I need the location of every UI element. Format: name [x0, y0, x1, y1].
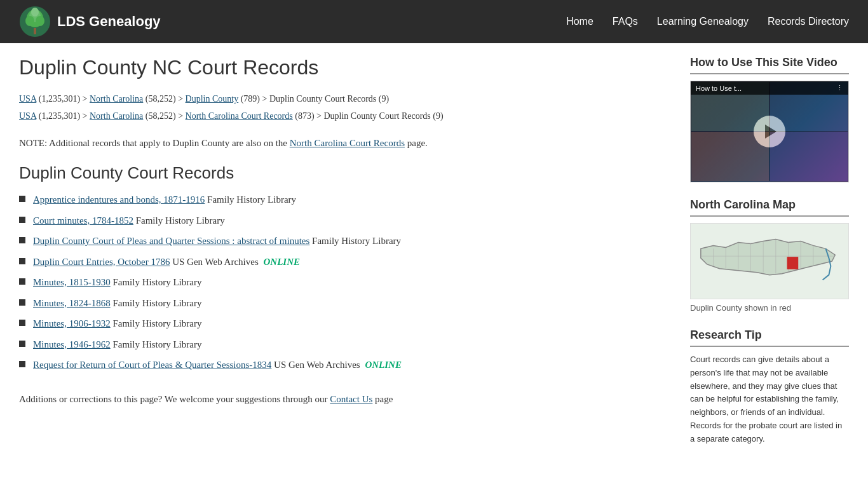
breadcrumb-usa-1[interactable]: USA — [19, 94, 36, 104]
bullet-icon — [19, 299, 25, 306]
bullet-icon — [19, 320, 25, 326]
nav-learning[interactable]: Learning Genealogy — [657, 16, 749, 27]
additions-suffix: page — [372, 394, 393, 404]
breadcrumb-nc-2[interactable]: North Carolina — [90, 111, 143, 121]
record-link[interactable]: Duplin Court Entries, October 1786 — [33, 257, 170, 267]
logo-tree-icon — [19, 6, 51, 37]
record-link[interactable]: Duplin County Court of Pleas and Quarter… — [33, 236, 309, 246]
record-link[interactable]: Minutes, 1946-1962 — [33, 339, 111, 349]
list-item: Minutes, 1946-1962 Family History Librar… — [19, 337, 671, 352]
site-logo-text: LDS Genealogy — [57, 13, 161, 30]
svg-point-5 — [36, 16, 44, 26]
page-title: Duplin County NC Court Records — [19, 56, 671, 79]
collage-cell — [770, 132, 848, 182]
list-item: Duplin County Court of Pleas and Quarter… — [19, 234, 671, 248]
record-link[interactable]: Minutes, 1906-1932 — [33, 318, 111, 329]
map-section: North Carolina Map — [690, 198, 849, 313]
video-section: How to Use This Site Video How to Use t.… — [690, 56, 849, 182]
nc-court-records-link[interactable]: North Carolina Court Records — [290, 138, 405, 148]
svg-rect-1 — [34, 28, 36, 34]
bullet-icon — [19, 361, 25, 367]
collage-cell — [691, 132, 770, 182]
bullet-icon — [19, 217, 25, 223]
video-title-text: How to Use t... — [696, 85, 742, 92]
breadcrumb-nc-1[interactable]: North Carolina — [90, 94, 143, 104]
note-section: NOTE: Additional records that apply to D… — [19, 135, 671, 151]
contact-us-link[interactable]: Contact Us — [330, 394, 372, 404]
video-heading: How to Use This Site Video — [690, 56, 849, 74]
list-item: Request for Return of Court of Pleas & Q… — [19, 358, 671, 372]
map-heading: North Carolina Map — [690, 198, 849, 217]
bullet-icon — [19, 196, 25, 202]
list-item: Court minutes, 1784-1852 Family History … — [19, 214, 671, 228]
bullet-icon — [19, 278, 25, 285]
research-tip-text: Court records can give details about a p… — [690, 353, 849, 446]
nc-map — [690, 223, 849, 299]
main-nav: Home FAQs Learning Genealogy Records Dir… — [566, 16, 849, 27]
nc-map-svg — [691, 224, 848, 299]
research-tip-section: Research Tip Court records can give deta… — [690, 329, 849, 446]
breadcrumb-nc-court[interactable]: North Carolina Court Records — [186, 111, 293, 121]
video-collage — [691, 81, 848, 182]
record-link[interactable]: Minutes, 1824-1868 — [33, 298, 111, 308]
records-list: Apprentice indentures and bonds, 1871-19… — [19, 193, 671, 372]
nav-faqs[interactable]: FAQs — [613, 16, 638, 27]
breadcrumb-1: USA (1,235,301) > North Carolina (58,252… — [19, 92, 671, 105]
main-content: Duplin County NC Court Records USA (1,23… — [19, 56, 671, 462]
online-badge: ONLINE — [263, 257, 300, 267]
breadcrumb-2: USA (1,235,301) > North Carolina (58,252… — [19, 109, 671, 123]
map-caption: Duplin County shown in red — [690, 303, 849, 313]
svg-point-4 — [25, 16, 34, 26]
record-link[interactable]: Court minutes, 1784-1852 — [33, 215, 133, 226]
breadcrumb-usa-2[interactable]: USA — [19, 111, 36, 121]
note-prefix: NOTE: Additional records that apply to D… — [19, 138, 290, 148]
bullet-icon — [19, 258, 25, 264]
bullet-icon — [19, 237, 25, 243]
svg-point-6 — [31, 8, 39, 17]
video-menu-dots[interactable]: ⋮ — [836, 84, 843, 92]
list-item: Minutes, 1815-1930 Family History Librar… — [19, 275, 671, 290]
nav-records-dir[interactable]: Records Directory — [768, 16, 849, 27]
page-wrap: Duplin County NC Court Records USA (1,23… — [0, 43, 868, 475]
additions-prefix: Additions or corrections to this page? W… — [19, 394, 330, 404]
video-thumb-inner: How to Use t... ⋮ — [691, 81, 848, 182]
site-header: LDS Genealogy Home FAQs Learning Genealo… — [0, 0, 868, 43]
video-thumbnail[interactable]: How to Use t... ⋮ — [690, 81, 849, 182]
nav-home[interactable]: Home — [566, 16, 593, 27]
record-link[interactable]: Apprentice indentures and bonds, 1871-19… — [33, 194, 205, 205]
svg-rect-19 — [787, 257, 799, 269]
breadcrumb-duplin-1[interactable]: Duplin County — [186, 94, 239, 104]
list-item: Duplin Court Entries, October 1786 US Ge… — [19, 255, 671, 269]
additions-line: Additions or corrections to this page? W… — [19, 391, 671, 407]
record-link[interactable]: Request for Return of Court of Pleas & Q… — [33, 360, 271, 370]
note-suffix: page. — [405, 138, 428, 148]
logo-area[interactable]: LDS Genealogy — [19, 6, 161, 37]
research-tip-heading: Research Tip — [690, 329, 849, 347]
sidebar: How to Use This Site Video How to Use t.… — [690, 56, 849, 462]
list-item: Apprentice indentures and bonds, 1871-19… — [19, 193, 671, 207]
online-badge: ONLINE — [365, 360, 402, 370]
list-item: Minutes, 1906-1932 Family History Librar… — [19, 316, 671, 331]
list-item: Minutes, 1824-1868 Family History Librar… — [19, 296, 671, 311]
video-title-bar: How to Use t... ⋮ — [691, 81, 848, 95]
record-link[interactable]: Minutes, 1815-1930 — [33, 277, 111, 287]
records-heading: Duplin County Court Records — [19, 163, 671, 183]
bullet-icon — [19, 341, 25, 347]
